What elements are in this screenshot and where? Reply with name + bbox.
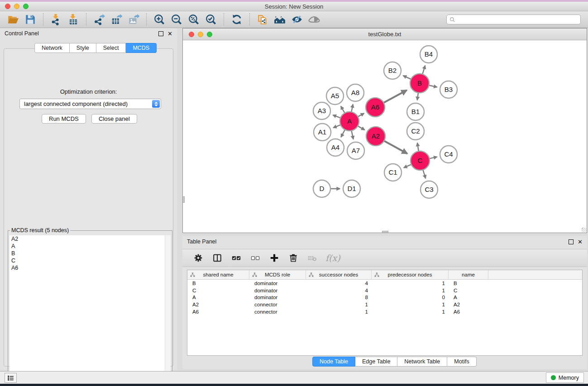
cell-name[interactable]: C [449, 288, 488, 293]
cell-successor-nodes[interactable]: 4 [306, 281, 372, 286]
network-window-titlebar[interactable]: testGlobe.txt [183, 29, 587, 40]
show-column-panel-button[interactable] [210, 252, 224, 264]
node-A6[interactable]: A6 [366, 98, 385, 117]
network-hscroll-thumb[interactable] [382, 231, 388, 233]
cell-shared-name[interactable]: A2 [187, 302, 249, 307]
function-builder-button[interactable]: f(x) [325, 253, 340, 263]
close-network-button[interactable] [189, 32, 194, 37]
import-table-button[interactable] [66, 13, 81, 26]
mcds-result-item[interactable]: A [10, 243, 171, 250]
delete-table-button[interactable] [306, 252, 319, 264]
zoom-selected-button[interactable] [204, 13, 218, 26]
node-B1[interactable]: B1 [407, 103, 424, 120]
cell-name[interactable]: A [449, 295, 488, 300]
node-A3[interactable]: A3 [313, 102, 330, 119]
tab-node-table[interactable]: Node Table [312, 357, 355, 367]
cell-name[interactable]: A6 [449, 309, 488, 315]
duplicate-network-button[interactable] [255, 13, 270, 26]
create-column-button[interactable] [268, 252, 281, 264]
export-image-button[interactable] [126, 13, 141, 26]
node-A5[interactable]: A5 [326, 87, 344, 105]
edge-B-B4[interactable] [422, 66, 425, 75]
cell-MCDS-role[interactable]: dominator [249, 295, 306, 300]
cell-successor-nodes[interactable]: 4 [306, 288, 372, 293]
node-C1[interactable]: C1 [384, 164, 402, 181]
table-row[interactable]: A2connector11A2 [187, 301, 582, 308]
node-table[interactable]: shared nameMCDS rolesuccessor nodesprede… [187, 270, 583, 356]
mcds-result-item[interactable]: B [10, 250, 171, 257]
app-window-controls[interactable] [5, 4, 29, 9]
zoom-window-button[interactable] [23, 4, 29, 9]
network-resize-grip[interactable] [582, 228, 586, 232]
mcds-result-list[interactable]: A2ABCA6 [10, 235, 171, 386]
tab-network[interactable]: Network [34, 43, 70, 53]
cell-name[interactable]: A2 [449, 302, 488, 307]
cell-successor-nodes[interactable]: 1 [306, 302, 372, 307]
node-B2[interactable]: B2 [384, 62, 401, 79]
node-C4[interactable]: C4 [440, 146, 457, 163]
column-header-MCDS-role[interactable]: MCDS role [249, 270, 306, 279]
cell-shared-name[interactable]: A [187, 295, 249, 300]
node-B[interactable]: B [410, 74, 429, 93]
tab-motifs[interactable]: Motifs [447, 357, 476, 367]
cell-shared-name[interactable]: A6 [187, 309, 249, 315]
edge-C-C3[interactable] [423, 169, 426, 178]
cell-shared-name[interactable]: C [187, 288, 249, 293]
network-vscroll-thumb[interactable] [183, 196, 185, 203]
node-D1[interactable]: D1 [343, 180, 360, 197]
edge-A2-C[interactable] [383, 140, 407, 153]
run-mcds-button[interactable]: Run MCDS [42, 114, 86, 124]
table-row[interactable]: Bdominator41B [187, 280, 582, 287]
cell-name[interactable]: B [449, 281, 488, 286]
table-row[interactable]: Cdominator41C [187, 287, 582, 294]
open-session-button[interactable] [6, 13, 20, 26]
cell-predecessor-nodes[interactable]: 0 [372, 295, 449, 300]
close-panel-button[interactable]: Close panel [91, 114, 137, 124]
export-network-button[interactable] [92, 13, 106, 26]
node-C2[interactable]: C2 [407, 123, 424, 140]
close-table-panel-icon[interactable]: ✕ [578, 239, 583, 244]
search-input[interactable] [457, 15, 578, 24]
node-B3[interactable]: B3 [440, 81, 457, 98]
close-window-button[interactable] [5, 4, 10, 9]
task-history-button[interactable] [5, 373, 17, 383]
tab-edge-table[interactable]: Edge Table [355, 357, 397, 367]
zoom-fit-button[interactable] [186, 13, 201, 26]
node-D[interactable]: D [313, 180, 330, 197]
home-view-button[interactable] [272, 13, 287, 26]
column-header-successor-nodes[interactable]: successor nodes [306, 270, 372, 279]
export-table-button[interactable] [109, 13, 124, 26]
tab-mcds[interactable]: MCDS [126, 43, 157, 53]
zoom-network-button[interactable] [207, 32, 212, 37]
cell-predecessor-nodes[interactable]: 1 [372, 288, 449, 293]
tab-style[interactable]: Style [70, 43, 96, 53]
column-header-name[interactable]: name [449, 270, 488, 279]
node-C3[interactable]: C3 [421, 181, 438, 198]
node-B4[interactable]: B4 [420, 46, 437, 63]
mcds-result-item[interactable]: A2 [10, 235, 171, 243]
network-graph[interactable]: B4B2BB3A5A8A6B1A3AC2A1A2A4A7C4CC1C3DD1 [183, 40, 587, 233]
cell-predecessor-nodes[interactable]: 1 [372, 309, 449, 315]
tab-select[interactable]: Select [96, 43, 126, 53]
cell-successor-nodes[interactable]: 1 [306, 309, 372, 315]
column-header-predecessor-nodes[interactable]: predecessor nodes [372, 270, 449, 279]
network-canvas[interactable]: B4B2BB3A5A8A6B1A3AC2A1A2A4A7C4CC1C3DD1 [183, 40, 587, 233]
network-window-controls[interactable] [189, 32, 212, 37]
minimize-window-button[interactable] [14, 4, 19, 9]
zoom-out-button[interactable] [169, 13, 184, 26]
minimize-network-button[interactable] [198, 32, 203, 37]
save-session-button[interactable] [23, 13, 38, 26]
refresh-button[interactable] [229, 13, 244, 26]
node-A4[interactable]: A4 [327, 139, 344, 156]
select-all-button[interactable] [229, 252, 243, 264]
mcds-result-item[interactable]: C [10, 257, 171, 264]
optimization-criterion-dropdown[interactable]: largest connected component (directed) [19, 99, 161, 109]
node-A[interactable]: A [340, 112, 359, 131]
cell-predecessor-nodes[interactable]: 1 [372, 302, 449, 307]
tab-network-table[interactable]: Network Table [397, 357, 447, 367]
table-row[interactable]: A6connector11A6 [187, 308, 582, 315]
node-A1[interactable]: A1 [314, 124, 331, 141]
edge-A6-B[interactable] [383, 90, 407, 103]
deselect-all-button[interactable] [249, 252, 262, 264]
cell-shared-name[interactable]: B [187, 281, 249, 286]
